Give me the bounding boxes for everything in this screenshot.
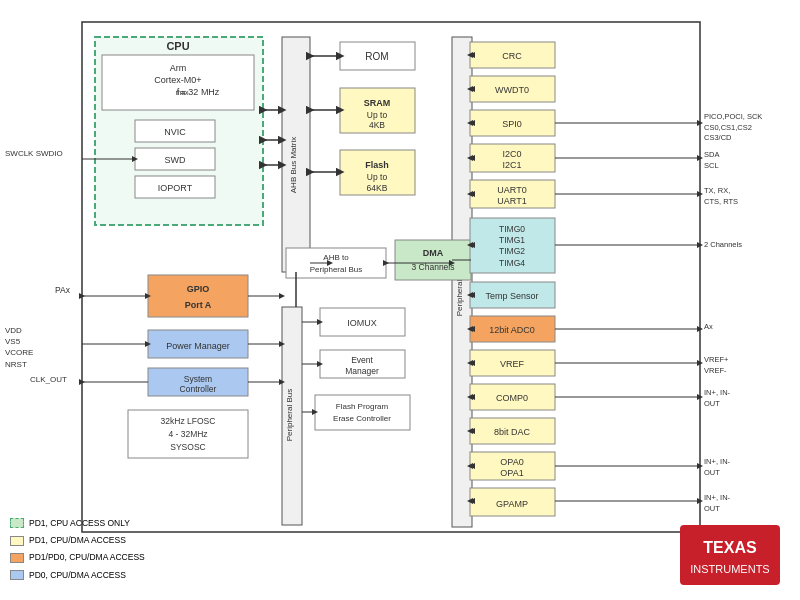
svg-rect-76 (470, 316, 555, 342)
svg-text:CPU: CPU (166, 40, 189, 52)
svg-text:SRAM: SRAM (364, 98, 391, 108)
svg-text:TIMG2: TIMG2 (499, 246, 525, 256)
svg-text:OPA1: OPA1 (500, 468, 523, 478)
svg-text:Flash: Flash (365, 160, 389, 170)
svg-text:Temp Sensor: Temp Sensor (485, 291, 538, 301)
svg-rect-74 (470, 282, 555, 308)
svg-rect-15 (135, 120, 215, 142)
svg-text:UART0: UART0 (497, 185, 526, 195)
svg-rect-59 (470, 76, 555, 102)
svg-rect-80 (470, 384, 555, 410)
comp0-pins-label: IN+, IN-OUT (704, 388, 730, 409)
svg-rect-51 (320, 350, 405, 378)
svg-text:UART1: UART1 (497, 196, 526, 206)
svg-rect-21 (340, 42, 415, 70)
svg-text:Up to: Up to (367, 172, 388, 182)
svg-rect-66 (470, 180, 555, 208)
svg-text:TIMG1: TIMG1 (499, 235, 525, 245)
svg-text:Up to: Up to (367, 110, 388, 120)
pax-label: PAx (55, 285, 70, 295)
svg-text:Peripheral Bus: Peripheral Bus (455, 264, 464, 316)
svg-text:8bit DAC: 8bit DAC (494, 427, 531, 437)
svg-rect-78 (470, 350, 555, 376)
svg-text:ROM: ROM (365, 51, 388, 62)
svg-text:12bit ADC0: 12bit ADC0 (489, 325, 535, 335)
svg-rect-42 (148, 368, 248, 396)
svg-text:DMA: DMA (423, 248, 444, 258)
svg-text:Controller: Controller (180, 384, 217, 394)
svg-text:System: System (184, 374, 212, 384)
opa-pins-label: IN+, IN-OUT (704, 457, 730, 478)
svg-text:f: f (177, 87, 180, 97)
svg-text:GPAMP: GPAMP (496, 499, 528, 509)
svg-text:= 32 MHz: = 32 MHz (181, 87, 220, 97)
svg-rect-49 (320, 308, 405, 336)
legend-item-pd1-dma: PD1, CPU/DMA ACCESS (10, 533, 145, 548)
svg-text:OPA0: OPA0 (500, 457, 523, 467)
svg-text:I2C1: I2C1 (502, 160, 521, 170)
svg-text:Cortex-M0+: Cortex-M0+ (154, 75, 201, 85)
svg-text:COMP0: COMP0 (496, 393, 528, 403)
svg-rect-8 (102, 55, 254, 110)
svg-text:INSTRUMENTS: INSTRUMENTS (690, 563, 769, 575)
svg-rect-27 (340, 150, 415, 195)
svg-rect-23 (340, 88, 415, 133)
svg-text:IOMUX: IOMUX (347, 318, 377, 328)
ti-logo: TEXAS INSTRUMENTS (680, 525, 780, 585)
svg-rect-6 (282, 307, 302, 525)
uart-pins-label: TX, RX,CTS, RTS (704, 186, 738, 207)
svg-text:4 - 32MHz: 4 - 32MHz (168, 429, 207, 439)
legend: PD1, CPU ACCESS ONLY PD1, CPU/DMA ACCESS… (10, 516, 145, 585)
i2c-pins-label: SDASCL (704, 150, 719, 171)
legend-item-pd1-pd0: PD1/PD0, CPU/DMA ACCESS (10, 550, 145, 565)
svg-text:AHB to: AHB to (323, 253, 349, 262)
diagram-container: AHB Bus Matrix Peripheral Bus Peripheral… (0, 0, 800, 600)
svg-text:64KB: 64KB (367, 183, 388, 193)
svg-text:WWDT0: WWDT0 (495, 85, 529, 95)
svg-rect-45 (128, 410, 248, 458)
legend-label-pd1-cpu: PD1, CPU ACCESS ONLY (29, 516, 130, 531)
gpamp-pins-label: IN+, IN-OUT (704, 493, 730, 514)
spi-pins-label: PICO,POCI, SCKCS0,CS1,CS2CS3/CD (704, 112, 762, 144)
svg-text:Power Manager: Power Manager (166, 341, 230, 351)
svg-text:Erase Controller: Erase Controller (333, 414, 391, 423)
svg-text:GPIO: GPIO (187, 284, 210, 294)
svg-rect-34 (395, 240, 471, 280)
timer-channels-label: 2 Channels (704, 240, 742, 251)
svg-text:Peripheral Bus: Peripheral Bus (285, 389, 294, 441)
svg-rect-0 (82, 22, 700, 532)
svg-text:Arm: Arm (170, 63, 187, 73)
svg-rect-57 (470, 42, 555, 68)
svg-text:Peripheral Bus: Peripheral Bus (310, 265, 362, 274)
svg-text:TIMG4: TIMG4 (499, 258, 525, 268)
svg-rect-63 (470, 144, 555, 172)
clk-out-label: CLK_OUT (30, 375, 67, 384)
svg-text:TEXAS: TEXAS (703, 539, 757, 556)
legend-label-pd0: PD0, CPU/DMA ACCESS (29, 568, 126, 583)
svg-text:VREF: VREF (500, 359, 525, 369)
svg-text:Event: Event (351, 355, 373, 365)
svg-rect-31 (286, 248, 386, 278)
svg-rect-69 (470, 218, 555, 273)
legend-color-pd1-pd0 (10, 553, 24, 563)
svg-text:Port A: Port A (185, 300, 212, 310)
svg-text:4KB: 4KB (369, 120, 385, 130)
legend-color-pd1-dma (10, 536, 24, 546)
legend-label-pd1-dma: PD1, CPU/DMA ACCESS (29, 533, 126, 548)
svg-text:max: max (175, 89, 189, 96)
svg-text:32kHz LFOSC: 32kHz LFOSC (161, 416, 216, 426)
svg-rect-1 (95, 37, 263, 225)
svg-rect-40 (148, 330, 248, 358)
svg-rect-17 (135, 148, 215, 170)
svg-rect-54 (315, 395, 410, 430)
svg-rect-37 (148, 275, 248, 317)
svg-rect-4 (452, 37, 472, 527)
svg-rect-84 (470, 452, 555, 480)
svg-text:SWD: SWD (165, 155, 186, 165)
legend-color-pd0 (10, 570, 24, 580)
svg-rect-19 (135, 176, 215, 198)
svg-rect-61 (470, 110, 555, 136)
svg-text:NVIC: NVIC (164, 127, 186, 137)
vdd-label: VDDVS5VCORENRST (5, 325, 33, 370)
legend-color-pd1-cpu (10, 518, 24, 528)
